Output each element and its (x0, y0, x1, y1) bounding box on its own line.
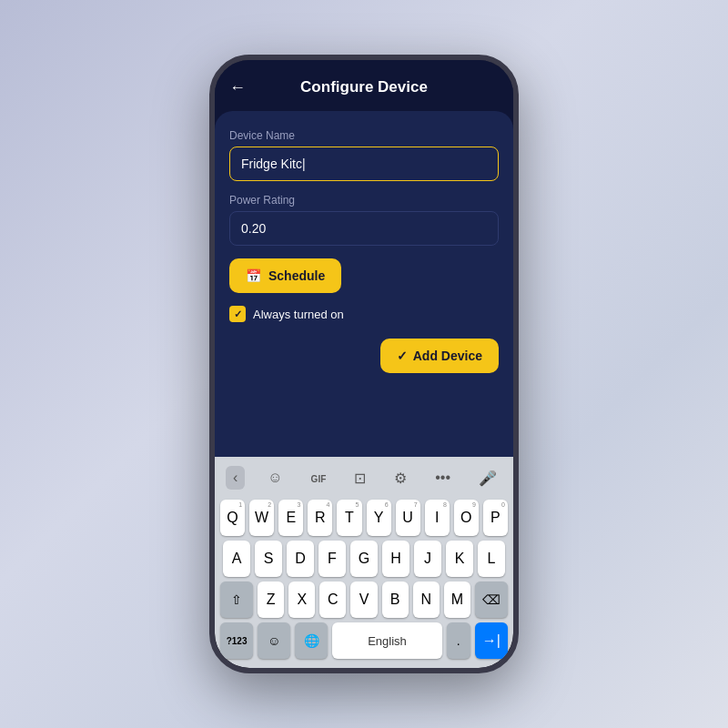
key-c[interactable]: C (319, 581, 346, 618)
key-t[interactable]: T5 (337, 500, 361, 536)
key-z[interactable]: Z (258, 581, 284, 618)
app-area: ← Configure Device Device Name Power Rat… (215, 60, 513, 457)
kb-more-button[interactable]: ••• (430, 468, 456, 488)
power-rating-input[interactable] (229, 211, 499, 246)
schedule-label: Schedule (268, 268, 325, 283)
keyboard-row-3: ⇧ Z X C V B N M ⌫ (218, 581, 510, 618)
device-name-label: Device Name (229, 129, 499, 142)
key-x[interactable]: X (288, 581, 315, 618)
key-f[interactable]: F (318, 541, 346, 577)
kb-settings-button[interactable]: ⚙ (389, 468, 412, 489)
device-name-group: Device Name (229, 129, 499, 181)
power-rating-group: Power Rating (229, 194, 499, 246)
key-n[interactable]: N (413, 581, 440, 618)
device-name-input[interactable] (229, 147, 499, 181)
always-on-checkbox[interactable] (229, 306, 246, 322)
key-s[interactable]: S (255, 541, 282, 577)
key-j[interactable]: J (414, 541, 441, 577)
add-device-button[interactable]: ✓ Add Device (380, 339, 499, 373)
power-rating-label: Power Rating (229, 194, 499, 207)
key-r[interactable]: R4 (308, 500, 332, 536)
always-on-label: Always turned on (253, 308, 344, 321)
page-title: Configure Device (300, 78, 428, 96)
add-device-label: Add Device (413, 349, 482, 363)
schedule-button[interactable]: 📅 Schedule (229, 258, 341, 293)
kb-mic-button[interactable]: 🎤 (473, 468, 502, 489)
backspace-key[interactable]: ⌫ (475, 581, 508, 618)
return-key[interactable]: →| (475, 622, 508, 659)
key-p[interactable]: P0 (483, 500, 508, 536)
key-y[interactable]: Y6 (367, 500, 391, 536)
keyboard-area: ‹ ☺ GIF ⊡ ⚙ ••• 🎤 Q1 W2 E3 R4 T5 Y6 U7 I… (215, 457, 513, 668)
nums-key[interactable]: ?123 (220, 622, 253, 659)
key-k[interactable]: K (446, 541, 473, 577)
emoji-key[interactable]: ☺ (258, 622, 290, 659)
keyboard-bottom-row: ?123 ☺ 🌐 English . →| (218, 622, 510, 659)
key-i[interactable]: I8 (425, 500, 450, 536)
phone-frame: ← Configure Device Device Name Power Rat… (209, 55, 519, 673)
back-button[interactable]: ← (229, 78, 246, 97)
always-on-row: Always turned on (229, 306, 499, 322)
globe-key[interactable]: 🌐 (295, 622, 328, 659)
keyboard-row-1: Q1 W2 E3 R4 T5 Y6 U7 I8 O9 P0 (218, 500, 510, 536)
calendar-icon: 📅 (246, 268, 261, 283)
key-o[interactable]: O9 (454, 500, 479, 536)
period-key[interactable]: . (447, 622, 470, 659)
key-q[interactable]: Q1 (220, 500, 245, 536)
key-m[interactable]: M (444, 581, 470, 618)
key-b[interactable]: B (382, 581, 409, 618)
app-content: Device Name Power Rating 📅 Schedule Alwa… (215, 111, 513, 457)
keyboard-row-2: A S D F G H J K L (218, 541, 510, 577)
key-g[interactable]: G (350, 541, 378, 577)
key-a[interactable]: A (223, 541, 250, 577)
key-d[interactable]: D (287, 541, 314, 577)
key-h[interactable]: H (382, 541, 410, 577)
kb-emoji-button[interactable]: ☺ (262, 468, 288, 488)
space-key[interactable]: English (332, 622, 442, 659)
key-u[interactable]: U7 (396, 500, 420, 536)
keyboard-toolbar: ‹ ☺ GIF ⊡ ⚙ ••• 🎤 (218, 462, 510, 495)
kb-gif-button[interactable]: GIF (306, 468, 332, 488)
app-header: ← Configure Device (215, 60, 513, 106)
kb-back-button[interactable]: ‹ (226, 466, 245, 490)
shift-key[interactable]: ⇧ (220, 581, 253, 618)
kb-clipboard-button[interactable]: ⊡ (349, 468, 371, 489)
key-v[interactable]: V (350, 581, 377, 618)
key-e[interactable]: E3 (278, 500, 303, 536)
key-w[interactable]: W2 (249, 500, 274, 536)
checkmark-icon: ✓ (397, 349, 408, 363)
key-l[interactable]: L (478, 541, 505, 577)
add-device-row: ✓ Add Device (229, 339, 499, 373)
